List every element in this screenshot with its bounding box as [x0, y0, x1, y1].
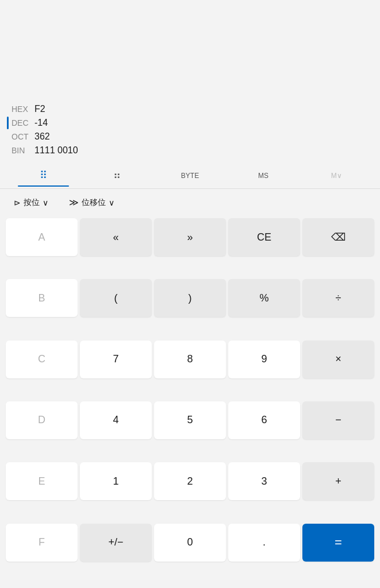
bitwise-chevron-icon: ∨ [43, 198, 48, 207]
backspace-icon: ⌫ [331, 231, 346, 243]
base-row-dec[interactable]: DEC-14 [11, 116, 366, 130]
calc-btn-3[interactable]: 3 [228, 462, 300, 500]
btn-label: A [38, 231, 45, 243]
toolbar: ⊳ 按位 ∨ ≫ 位移位 ∨ [0, 189, 380, 216]
btn-label: % [259, 292, 268, 304]
btn-label: » [187, 231, 193, 243]
shift-button[interactable]: ≫ 位移位 ∨ [64, 195, 119, 210]
calc-btn--[interactable]: × [302, 341, 374, 378]
shift-chevron-icon: ∨ [109, 198, 114, 207]
calc-btn--[interactable]: « [80, 218, 152, 256]
main-display [0, 53, 380, 99]
tab-icon-bitflip: ⠶ [113, 169, 121, 181]
base-label-oct: OCT [11, 132, 34, 141]
btn-label: 3 [261, 475, 267, 488]
app-header [0, 23, 380, 53]
base-value-bin: 1111 0010 [34, 145, 78, 156]
btn-label: C [38, 353, 45, 365]
calc-btn-D: D [6, 401, 78, 439]
bitwise-button[interactable]: ⊳ 按位 ∨ [9, 195, 53, 210]
calc-btn--[interactable]: ÷ [302, 279, 374, 317]
calc-btn-9[interactable]: 9 [228, 341, 300, 378]
btn-label: F [39, 536, 45, 548]
calc-btn-B: B [6, 279, 78, 317]
btn-label: . [263, 536, 266, 548]
calculator-window: HEXF2DEC-14OCT362BIN1111 0010 ⠿⠶BYTEMSM∨… [0, 0, 380, 588]
shift-label: 位移位 [82, 198, 106, 208]
base-label-bin: BIN [11, 146, 34, 155]
btn-label: 4 [113, 414, 118, 426]
calc-btn-CE[interactable]: CE [228, 218, 300, 256]
calc-btn--[interactable]: − [302, 401, 374, 439]
maximize-button[interactable] [320, 3, 347, 22]
calc-btn-1[interactable]: 1 [80, 462, 152, 500]
calc-btn-7[interactable]: 7 [80, 341, 152, 378]
mode-tab-bitflip[interactable]: ⠶ [80, 165, 153, 186]
btn-label: +/− [108, 536, 123, 548]
btn-label: E [38, 475, 45, 488]
btn-label: = [335, 535, 342, 550]
calc-btn-8[interactable]: 8 [154, 341, 226, 378]
tab-icon-keypad: ⠿ [40, 169, 47, 181]
calc-btn-F: F [6, 524, 78, 562]
base-row-hex[interactable]: HEXF2 [11, 102, 366, 116]
btn-label: 6 [261, 414, 267, 426]
minimize-button[interactable] [294, 3, 320, 22]
base-row-bin[interactable]: BIN1111 0010 [11, 144, 366, 157]
mode-tab-byte[interactable]: BYTE [153, 168, 227, 183]
calc-btn-C: C [6, 341, 78, 378]
mode-tab-ms[interactable]: MS [227, 168, 300, 183]
base-label-hex: HEX [11, 105, 34, 114]
close-button[interactable] [347, 3, 373, 22]
calc-btn--[interactable]: . [228, 524, 300, 562]
btn-label: − [335, 414, 341, 426]
bitwise-label: 按位 [24, 198, 40, 208]
btn-label: 2 [187, 475, 193, 488]
base-value-hex: F2 [34, 104, 45, 114]
calc-btn-E: E [6, 462, 78, 500]
base-row-oct[interactable]: OCT362 [11, 130, 366, 144]
calc-btn--[interactable]: ⌫ [302, 218, 374, 256]
mode-tab-m: M∨ [300, 168, 373, 183]
btn-label: 0 [187, 536, 193, 548]
title-bar [0, 0, 380, 23]
base-label-dec: DEC [11, 118, 34, 127]
btn-label: + [335, 475, 341, 488]
btn-label: ) [189, 292, 192, 304]
btn-label: 9 [261, 353, 267, 365]
base-value-oct: 362 [34, 131, 50, 142]
calc-btn-4[interactable]: 4 [80, 401, 152, 439]
calculator-grid: A«»CE⌫B()%÷C789×D456−E123+F+/−0.= [0, 216, 380, 588]
calc-btn--[interactable]: % [228, 279, 300, 317]
btn-label: 5 [187, 414, 193, 426]
calc-btn----[interactable]: +/− [80, 524, 152, 562]
calc-btn-5[interactable]: 5 [154, 401, 226, 439]
calc-btn--[interactable]: ( [80, 279, 152, 317]
window-controls [294, 3, 373, 22]
mode-tab-keypad[interactable]: ⠿ [7, 165, 80, 186]
mode-tabs: ⠿⠶BYTEMSM∨ [0, 163, 380, 189]
calc-btn--[interactable]: + [302, 462, 374, 500]
btn-label: CE [257, 231, 271, 243]
calc-btn--[interactable]: ) [154, 279, 226, 317]
calc-btn-2[interactable]: 2 [154, 462, 226, 500]
btn-label: « [113, 231, 118, 243]
btn-label: 1 [113, 475, 118, 488]
btn-label: B [38, 292, 45, 304]
calc-btn--[interactable]: » [154, 218, 226, 256]
calc-btn-0[interactable]: 0 [154, 524, 226, 562]
calc-btn--[interactable]: = [302, 524, 374, 562]
btn-label: × [335, 353, 341, 365]
shift-icon: ≫ [69, 197, 79, 208]
tab-label-ms: MS [258, 172, 268, 180]
base-value-dec: -14 [34, 118, 48, 128]
bases-panel: HEXF2DEC-14OCT362BIN1111 0010 [0, 99, 380, 163]
btn-label: 8 [187, 353, 193, 365]
btn-label: D [38, 414, 45, 426]
app-icon [7, 7, 18, 18]
calc-btn-6[interactable]: 6 [228, 401, 300, 439]
calc-btn-A: A [6, 218, 78, 256]
bitwise-icon: ⊳ [14, 198, 21, 207]
tab-label-byte: BYTE [181, 172, 199, 180]
btn-label: ÷ [336, 292, 341, 304]
